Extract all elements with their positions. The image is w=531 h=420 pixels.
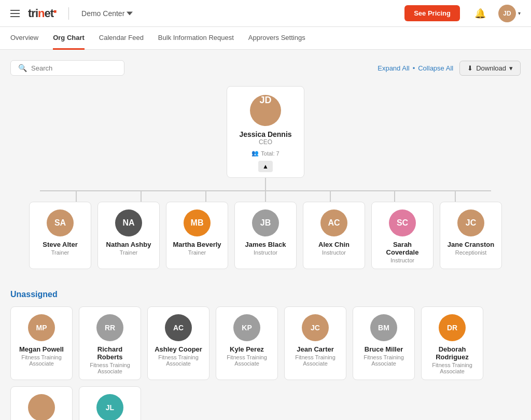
unassigned-section: Unassigned MP Megan Powell Fitness Train… [10,290,487,420]
unassigned-grid: MP Megan Powell Fitness Training Associa… [10,306,487,380]
unassigned-name-kyle-perez: Kyle Perez [230,345,264,353]
tab-bulk-information-request[interactable]: Bulk Information Request [158,27,234,50]
unassigned-avatar-kyle-perez: KP [233,314,260,341]
vertical-connector-ceo [265,178,266,190]
people-icon: 👥 [251,150,259,157]
member-card-nathan-ashby[interactable]: NA Nathan Ashby Trainer [97,202,160,269]
vert-drop-2 [141,190,142,202]
member-avatar-james-black: JB [252,209,279,236]
unassigned-role-ashley-cooper: Fitness Training Associate [153,354,204,367]
member-name-sarah-coverdale: Sarah Coverdale [377,241,428,256]
member-avatar-steve-alter: SA [47,209,74,236]
toolbar-right: Expand All • Collapse All ⬇ Download ▾ [378,61,521,76]
tab-org-chart[interactable]: Org Chart [53,27,85,50]
expand-all-link[interactable]: Expand All [378,64,409,72]
search-box[interactable]: 🔍 [10,60,124,76]
unassigned-role-megan-powell: Fitness Training Associate [16,354,67,367]
ceo-card[interactable]: JD Jessica Dennis CEO 👥 Total: 7 ▲ [227,86,304,178]
member-name-martha-beverly: Martha Beverly [173,241,221,248]
unassigned-card-deborah-rodriguez[interactable]: DR Deborah Rodriguez Fitness Training As… [421,306,483,380]
toolbar: 🔍 Expand All • Collapse All ⬇ Download ▾ [10,60,521,76]
see-pricing-button[interactable]: See Pricing [404,5,460,21]
member-card-jane-cranston[interactable]: JC Jane Cranston Receptionist [440,202,502,269]
unassigned-card-bruce-miller[interactable]: BM Bruce Miller Fitness Training Associa… [353,306,415,380]
member-card-alex-chin[interactable]: AC Alex Chin Instructor [303,202,365,269]
tab-calendar-feed[interactable]: Calendar Feed [99,27,144,50]
unassigned-avatar-ashley-cooper: AC [165,314,192,341]
ceo-total: 👥 Total: 7 [251,150,279,157]
unassigned-name-megan-powell: Megan Powell [19,345,64,353]
unassigned-card-megan-powell[interactable]: MP Megan Powell Fitness Training Associa… [10,306,73,380]
member-card-james-black[interactable]: JB James Black Instructor [234,202,297,269]
user-menu[interactable]: JD ▾ [498,5,521,22]
unassigned-card-partial-1[interactable] [10,386,73,420]
user-avatar: JD [498,5,516,22]
notifications-bell-icon[interactable]: 🔔 [474,8,486,19]
main-content: 🔍 Expand All • Collapse All ⬇ Download ▾… [0,50,531,420]
unassigned-role-richard-roberts: Fitness Training Associate [85,362,135,374]
vert-drop-5 [330,190,331,202]
ceo-avatar: JD [250,95,281,126]
download-button[interactable]: ⬇ Download ▾ [459,61,521,76]
unassigned-card-kyle-perez[interactable]: KP Kyle Perez Fitness Training Associate [216,306,278,380]
unassigned-card-ashley-cooper[interactable]: AC Ashley Cooper Fitness Training Associ… [147,306,209,380]
member-name-james-black: James Black [245,241,286,248]
member-avatar-martha-beverly: MB [184,209,211,236]
download-caret-icon: ▾ [509,64,513,72]
hamburger-menu[interactable] [10,10,20,17]
ceo-name: Jessica Dennis [239,130,291,138]
unassigned-title: Unassigned [10,290,487,299]
vert-drop-1 [76,190,77,202]
vert-drop-7 [455,190,456,202]
member-card-steve-alter[interactable]: SA Steve Alter Trainer [29,202,91,269]
demo-center-dropdown[interactable]: Demo Center [81,9,133,18]
nav-divider [68,7,69,20]
member-role-james-black: Instructor [254,249,277,256]
unassigned-role-bruce-miller: Fitness Training Associate [358,354,409,367]
unassigned-avatar-jean-carter: JC [302,314,329,341]
member-role-nathan-ashby: Trainer [120,249,137,256]
unassigned-card-richard-roberts[interactable]: RR Richard Roberts Fitness Training Asso… [79,306,141,380]
search-input[interactable] [31,64,117,72]
logo: trinet■ [28,7,56,20]
member-name-alex-chin: Alex Chin [318,241,350,248]
expand-collapse-controls: Expand All • Collapse All [378,64,453,72]
unassigned-card-jean-carter[interactable]: JC Jean Carter Fitness Training Associat… [284,306,346,380]
vert-drop-4 [265,190,266,202]
team-members-row: SA Steve Alter Trainer NA Nathan Ashby T… [29,202,502,269]
member-card-martha-beverly[interactable]: MB Martha Beverly Trainer [166,202,228,269]
member-avatar-nathan-ashby: NA [115,209,142,236]
member-role-alex-chin: Instructor [322,249,346,256]
member-role-martha-beverly: Trainer [188,249,206,256]
collapse-all-link[interactable]: Collapse All [418,64,453,72]
member-avatar-sarah-coverdale: SC [389,209,416,236]
search-icon: 🔍 [18,64,27,72]
unassigned-avatar-partial-1 [28,394,55,420]
ceo-title: CEO [259,138,272,146]
download-icon: ⬇ [467,64,473,72]
unassigned-card-partial-2[interactable]: JL [79,386,141,420]
tab-overview[interactable]: Overview [10,27,38,50]
org-chart: JD Jessica Dennis CEO 👥 Total: 7 ▲ [10,86,521,420]
tab-approvers-settings[interactable]: Approvers Settings [248,27,305,50]
top-nav: trinet■ Demo Center See Pricing 🔔 JD ▾ [0,0,531,27]
unassigned-second-row: JL [10,386,487,420]
horizontal-connector-line [40,190,491,191]
separator-dot: • [413,64,415,72]
unassigned-role-jean-carter: Fitness Training Associate [290,354,341,367]
unassigned-name-richard-roberts: Richard Roberts [85,345,135,361]
member-avatar-alex-chin: AC [320,209,347,236]
ceo-collapse-button[interactable]: ▲ [258,161,273,172]
unassigned-name-deborah-rodriguez: Deborah Rodriguez [427,345,478,361]
unassigned-name-jean-carter: Jean Carter [297,345,334,353]
sub-nav: Overview Org Chart Calendar Feed Bulk In… [0,27,531,50]
member-name-steve-alter: Steve Alter [43,241,77,248]
user-caret-icon: ▾ [518,10,521,16]
member-avatar-jane-cranston: JC [457,209,484,236]
member-card-sarah-coverdale[interactable]: SC Sarah Coverdale Instructor [371,202,434,269]
vert-drop-3 [205,190,206,202]
unassigned-avatar-bruce-miller: BM [370,314,397,341]
unassigned-avatar-megan-powell: MP [28,314,55,341]
member-role-sarah-coverdale: Instructor [390,257,414,263]
unassigned-role-deborah-rodriguez: Fitness Training Associate [427,362,478,374]
